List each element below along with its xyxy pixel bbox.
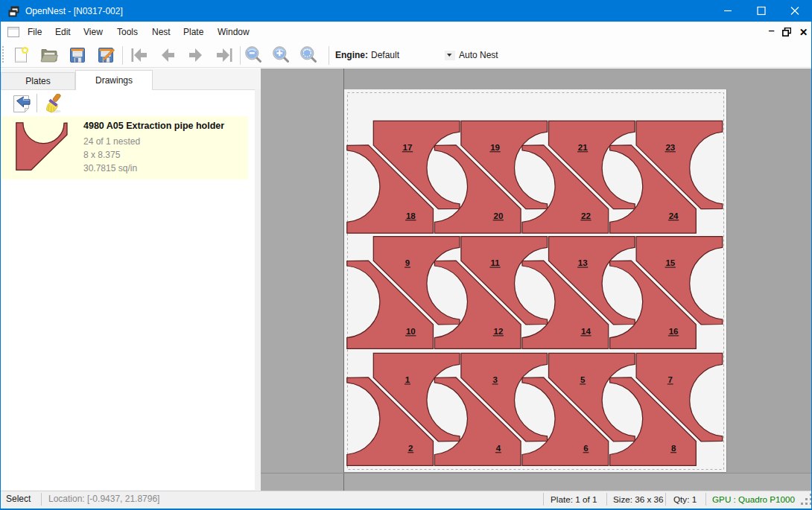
svg-text:17: 17 xyxy=(403,143,413,152)
svg-text:23: 23 xyxy=(665,143,675,152)
svg-text:6: 6 xyxy=(583,444,588,453)
svg-text:2: 2 xyxy=(408,444,413,453)
svg-text:11: 11 xyxy=(491,258,501,267)
svg-text:10: 10 xyxy=(406,327,416,336)
svg-text:13: 13 xyxy=(578,258,588,267)
svg-text:19: 19 xyxy=(490,143,500,152)
svg-text:3: 3 xyxy=(492,375,497,384)
svg-text:12: 12 xyxy=(494,327,504,336)
svg-text:8: 8 xyxy=(671,444,676,453)
svg-text:22: 22 xyxy=(581,211,591,220)
svg-text:15: 15 xyxy=(665,258,675,267)
svg-text:24: 24 xyxy=(669,211,679,220)
svg-text:9: 9 xyxy=(405,258,410,267)
svg-text:18: 18 xyxy=(406,211,416,220)
svg-text:5: 5 xyxy=(580,375,586,384)
svg-text:21: 21 xyxy=(578,143,588,152)
svg-text:16: 16 xyxy=(669,327,679,336)
svg-text:1: 1 xyxy=(405,375,410,384)
svg-text:7: 7 xyxy=(668,375,673,384)
svg-text:20: 20 xyxy=(494,211,504,220)
svg-text:14: 14 xyxy=(581,327,591,336)
svg-text:4: 4 xyxy=(496,444,501,453)
